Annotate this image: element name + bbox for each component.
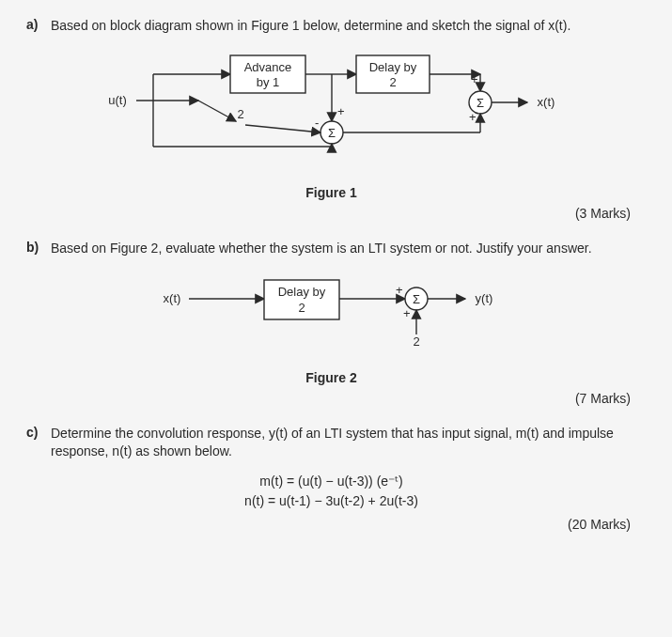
sum2-plus-top: + bbox=[471, 72, 478, 86]
sum1-sigma: Σ bbox=[327, 126, 335, 140]
question-b-label: b) bbox=[26, 240, 43, 255]
figure-2-caption: Figure 2 bbox=[305, 370, 356, 385]
equation-m: m(t) = (u(t) − u(t-3)) (e⁻ᵗ) bbox=[26, 472, 636, 491]
block-advance-line2: by 1 bbox=[256, 75, 279, 89]
sum-plus-bottom-fig2: + bbox=[403, 306, 411, 320]
const-2: 2 bbox=[237, 107, 243, 121]
figure-2-area: x(t) Delay by 2 + Σ 2 + y(t) Figure 2 bbox=[26, 271, 636, 385]
block-delay2-line1: Delay by bbox=[277, 285, 325, 299]
sum-sigma-fig2: Σ bbox=[412, 292, 419, 306]
question-c: c) Determine the convolution response, y… bbox=[26, 425, 636, 532]
figure-2-diagram: x(t) Delay by 2 + Σ 2 + y(t) bbox=[134, 271, 529, 365]
input-label: u(t) bbox=[108, 93, 127, 107]
question-a-text: Based on block diagram shown in Figure 1… bbox=[51, 17, 636, 35]
block-delay-line1: Delay by bbox=[368, 60, 416, 74]
sum-plus-top-fig2: + bbox=[396, 283, 403, 297]
question-c-label: c) bbox=[26, 425, 43, 440]
figure-1-diagram: u(t) Advance by 1 Delay by 2 + 2 bbox=[97, 48, 567, 179]
svg-line-15 bbox=[245, 125, 320, 132]
sum2-sigma: Σ bbox=[476, 96, 483, 110]
question-c-text: Determine the convolution response, y(t)… bbox=[51, 425, 636, 460]
sum2-plus-bottom: + bbox=[469, 110, 477, 124]
block-delay2-line2: 2 bbox=[298, 301, 305, 315]
question-c-marks: (20 Marks) bbox=[26, 517, 636, 532]
input-label-fig2: x(t) bbox=[163, 291, 180, 305]
question-a: a) Based on block diagram shown in Figur… bbox=[26, 17, 636, 221]
output-label-fig2: y(t) bbox=[475, 291, 492, 305]
output-label-fig1: x(t) bbox=[537, 95, 555, 109]
sum1-plus: + bbox=[337, 104, 345, 118]
block-advance-line1: Advance bbox=[243, 60, 291, 74]
question-a-marks: (3 Marks) bbox=[26, 206, 636, 221]
question-a-label: a) bbox=[26, 17, 43, 32]
question-b-marks: (7 Marks) bbox=[26, 391, 636, 406]
const-2-fig2: 2 bbox=[413, 334, 419, 349]
question-b-text: Based on Figure 2, evaluate whether the … bbox=[51, 240, 636, 257]
equation-n: n(t) = u(t-1) − 3u(t-2) + 2u(t-3) bbox=[26, 491, 636, 511]
sum1-minus: - bbox=[315, 116, 319, 130]
equations-block: m(t) = (u(t) − u(t-3)) (e⁻ᵗ) n(t) = u(t-… bbox=[26, 472, 636, 511]
svg-line-12 bbox=[198, 101, 236, 121]
figure-1-caption: Figure 1 bbox=[305, 185, 356, 200]
block-delay-line2: 2 bbox=[389, 75, 396, 89]
figure-1-area: u(t) Advance by 1 Delay by 2 + 2 bbox=[26, 48, 636, 200]
question-b: b) Based on Figure 2, evaluate whether t… bbox=[26, 240, 636, 406]
